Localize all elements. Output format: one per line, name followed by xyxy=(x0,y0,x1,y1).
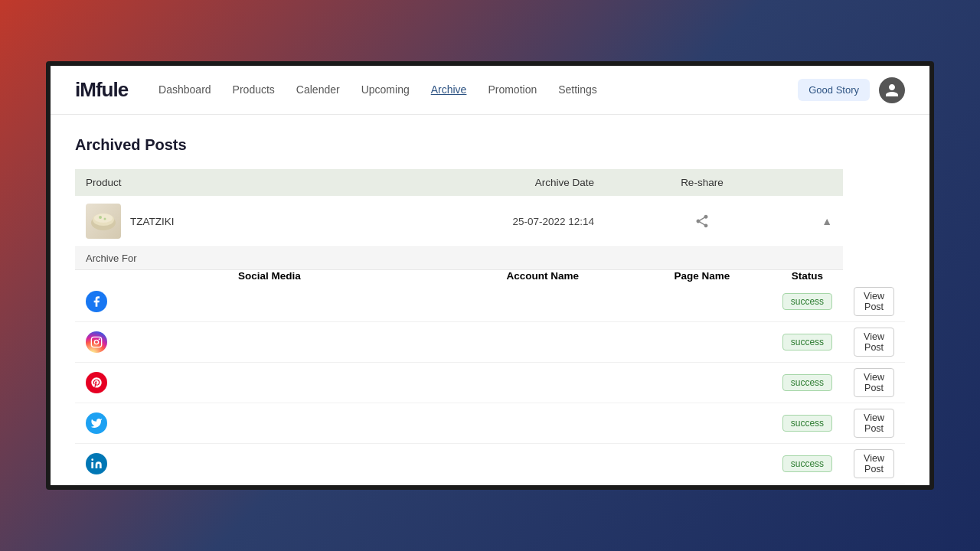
twitter-page xyxy=(632,403,772,444)
reshare-button-tzatziki[interactable] xyxy=(643,214,761,229)
pinterest-status: success xyxy=(782,374,832,391)
svg-point-6 xyxy=(94,340,98,344)
svg-point-2 xyxy=(94,214,113,223)
navbar: iMfule Dashboard Products Calender Upcom… xyxy=(51,66,929,115)
nav-settings[interactable]: Settings xyxy=(558,83,597,97)
linkedin-status: success xyxy=(782,455,832,472)
logo: iMfule xyxy=(75,78,128,102)
archive-date-tzatziki: 25-07-2022 12:14 xyxy=(512,216,594,227)
linkedin-page xyxy=(632,444,772,484)
pinterest-view-post[interactable]: View Post xyxy=(854,368,894,397)
linkedin-icon xyxy=(86,453,107,474)
svg-point-3 xyxy=(99,216,102,219)
twitter-icon xyxy=(86,412,107,434)
social-row-pinterest: success View Post xyxy=(75,363,905,403)
facebook-view-post[interactable]: View Post xyxy=(854,287,894,316)
col-reshare: Re-share xyxy=(632,169,772,196)
archive-table: Product Archive Date Re-share xyxy=(75,169,905,485)
sub-col-page: Page Name xyxy=(632,270,772,282)
facebook-account xyxy=(453,282,632,322)
linkedin-account xyxy=(453,444,632,484)
pinterest-page xyxy=(632,363,772,403)
social-row-instagram: success View Post xyxy=(75,322,905,363)
collapse-icon-tzatziki[interactable]: ▲ xyxy=(782,215,832,227)
product-row-tzatziki: TZATZIKI 25-07-2022 12:14 xyxy=(75,196,905,247)
nav-promotion[interactable]: Promotion xyxy=(488,83,537,97)
instagram-view-post[interactable]: View Post xyxy=(854,328,894,357)
nav-links: Dashboard Products Calender Upcoming Arc… xyxy=(158,83,798,97)
product-info-tzatziki: TZATZIKI xyxy=(86,204,443,239)
twitter-view-post[interactable]: View Post xyxy=(854,409,894,438)
nav-products[interactable]: Products xyxy=(233,83,275,97)
svg-point-7 xyxy=(99,338,100,340)
pinterest-icon xyxy=(86,372,107,393)
archive-for-header: Archive For xyxy=(75,247,905,270)
good-story-button[interactable]: Good Story xyxy=(798,79,870,101)
svg-point-4 xyxy=(104,218,106,220)
twitter-account xyxy=(453,403,632,444)
social-row-facebook: success View Post xyxy=(75,282,905,322)
nav-right: Good Story xyxy=(798,77,905,103)
instagram-account xyxy=(453,322,632,363)
nav-archive[interactable]: Archive xyxy=(431,83,467,97)
svg-point-8 xyxy=(91,458,93,461)
social-row-twitter: success View Post xyxy=(75,403,905,444)
linkedin-view-post[interactable]: View Post xyxy=(854,449,894,478)
sub-col-account: Account Name xyxy=(453,270,632,282)
twitter-status: success xyxy=(782,415,832,432)
product-row-sevenup: 7UP FREE 33cl 7UP FREE 33cl 16-07-2022 0… xyxy=(75,484,905,486)
nav-upcoming[interactable]: Upcoming xyxy=(361,83,410,97)
facebook-status: success xyxy=(782,293,832,310)
product-thumb-tzatziki xyxy=(86,204,121,239)
main-content: Archived Posts Product Archive Date Re-s… xyxy=(51,115,929,485)
page-title: Archived Posts xyxy=(75,136,905,154)
facebook-page xyxy=(632,282,772,322)
screen-frame: iMfule Dashboard Products Calender Upcom… xyxy=(46,61,934,490)
instagram-status: success xyxy=(782,334,832,350)
social-row-linkedin: success View Post xyxy=(75,444,905,484)
instagram-page xyxy=(632,322,772,363)
col-archive-date: Archive Date xyxy=(453,169,632,196)
svg-rect-5 xyxy=(91,337,101,347)
nav-calender[interactable]: Calender xyxy=(296,83,340,97)
instagram-icon xyxy=(86,331,107,353)
pinterest-account xyxy=(453,363,632,403)
facebook-icon xyxy=(86,291,107,312)
sub-col-status: Status xyxy=(772,270,843,282)
sub-col-social: Social Media xyxy=(75,270,453,282)
nav-dashboard[interactable]: Dashboard xyxy=(158,83,211,97)
user-avatar[interactable] xyxy=(879,77,905,103)
product-name-tzatziki: TZATZIKI xyxy=(130,216,175,227)
col-product: Product xyxy=(75,169,453,196)
sub-table-header: Social Media Account Name Page Name Stat… xyxy=(75,270,905,282)
